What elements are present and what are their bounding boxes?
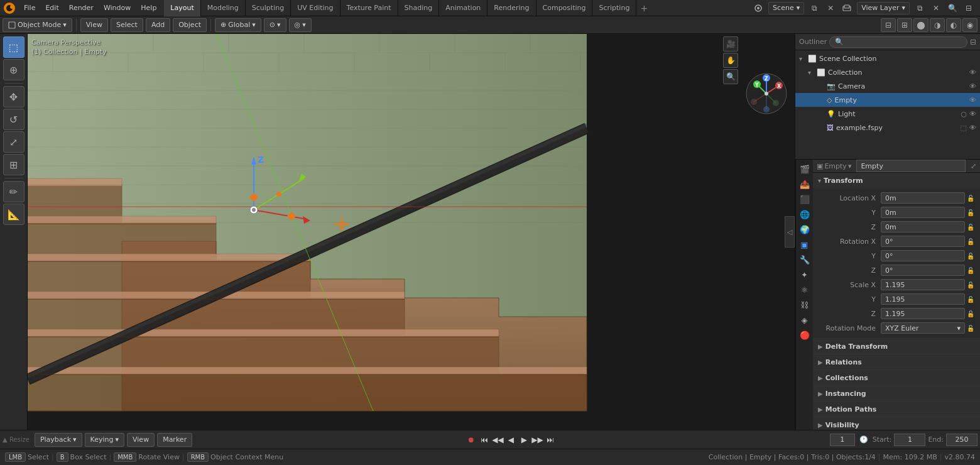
rotation-x-lock[interactable]: 🔓 <box>966 237 975 246</box>
tool-scale[interactable]: ⤢ <box>3 131 24 153</box>
viewport[interactable]: Z <box>28 34 795 430</box>
tab-texture-paint[interactable]: Texture Paint <box>340 0 398 16</box>
transform-section-header[interactable]: ▾ Transform <box>813 173 980 188</box>
overlay-btn[interactable]: ⊟ <box>881 18 896 32</box>
add-workspace-btn[interactable]: + <box>636 2 651 14</box>
prev-frame-btn[interactable]: ◀◀ <box>491 434 504 446</box>
tab-shading[interactable]: Shading <box>398 0 440 16</box>
keying-menu-btn[interactable]: Keying▾ <box>85 433 124 447</box>
editor-type-btn[interactable]: Object Mode ▾ <box>3 18 72 32</box>
add-menu-btn[interactable]: Add <box>146 18 170 32</box>
tab-layout[interactable]: Layout <box>164 0 200 16</box>
scale-z-input[interactable]: 1.195 <box>881 308 965 319</box>
empty-visibility-icon[interactable]: 👁 <box>969 96 976 104</box>
record-btn[interactable]: ⏺ <box>465 434 477 446</box>
tool-measure[interactable]: 📐 <box>3 204 24 225</box>
prop-material-icon[interactable]: 🔴 <box>798 328 812 342</box>
rotation-z-input[interactable]: 0° <box>881 265 965 276</box>
location-z-lock[interactable]: 🔓 <box>966 222 975 231</box>
prop-object-icon[interactable]: ▣ <box>798 238 812 251</box>
scale-y-input[interactable]: 1.195 <box>881 293 965 305</box>
rotation-y-lock[interactable]: 🔓 <box>966 251 975 260</box>
delta-transform-header[interactable]: ▶ Delta Transform <box>813 339 980 354</box>
relations-header[interactable]: ▶ Relations <box>813 354 980 369</box>
close-view-layer-icon[interactable]: ✕ <box>930 2 942 14</box>
outliner-empty[interactable]: ◇ Empty 👁 <box>795 93 980 107</box>
rotation-mode-select[interactable]: XYZ Euler ▾ <box>881 322 965 334</box>
jump-start-btn[interactable]: ⏮ <box>478 434 491 446</box>
visibility-header[interactable]: ▶ Visibility <box>813 417 980 430</box>
prop-scene-icon[interactable]: 🌐 <box>798 207 812 221</box>
light-visibility-icon[interactable]: 👁 <box>969 110 976 118</box>
view-menu-btn[interactable]: View <box>80 18 108 32</box>
select-menu-btn[interactable]: Select <box>111 18 143 32</box>
tool-move[interactable]: ✥ <box>3 86 24 107</box>
fspy-visibility-icon[interactable]: 👁 <box>969 124 976 132</box>
rotation-z-lock[interactable]: 🔓 <box>966 266 975 275</box>
location-x-lock[interactable]: 🔓 <box>966 194 975 202</box>
tab-uv-editing[interactable]: UV Editing <box>291 0 340 16</box>
prop-constraints-icon[interactable]: ⛓ <box>798 298 812 312</box>
outliner-camera[interactable]: 📷 Camera 👁 <box>795 79 980 93</box>
outliner-search[interactable]: 🔍 <box>829 36 967 48</box>
outliner-light[interactable]: 💡 Light ○ 👁 <box>795 107 980 121</box>
menu-render[interactable]: Render <box>64 0 99 16</box>
tab-compositing[interactable]: Compositing <box>536 0 593 16</box>
object-menu-btn[interactable]: Object <box>173 18 207 32</box>
view-menu-btn-timeline[interactable]: View <box>127 433 155 447</box>
collapse-right-panel-btn[interactable]: ◁ <box>785 216 795 248</box>
tab-modeling[interactable]: Modeling <box>201 0 246 16</box>
close-scene-icon[interactable]: ✕ <box>824 2 837 14</box>
tool-annotate[interactable]: ✏ <box>3 181 24 202</box>
filter-icon[interactable]: ⊟ <box>962 2 975 14</box>
current-frame[interactable]: 1 <box>830 434 855 446</box>
menu-help[interactable]: Help <box>136 0 161 16</box>
tool-transform[interactable]: ⊞ <box>3 154 24 175</box>
collections-header[interactable]: ▶ Collections <box>813 370 980 385</box>
menu-edit[interactable]: Edit <box>40 0 63 16</box>
prop-render-icon[interactable]: 🎬 <box>798 162 812 176</box>
location-y-input[interactable]: 0m <box>881 207 965 218</box>
tool-cursor[interactable]: ⊕ <box>3 59 24 80</box>
motion-paths-header[interactable]: ▶ Motion Paths <box>813 402 980 417</box>
transform-space-btn[interactable]: ⊕ Global ▾ <box>215 18 261 32</box>
outliner-scene-collection[interactable]: ▾ ⬜ Scene Collection <box>795 52 980 65</box>
copy-view-layer-icon[interactable]: ⧉ <box>913 2 926 14</box>
camera-btn[interactable]: 🎥 <box>723 36 738 52</box>
scene-selector[interactable]: Scene ▾ <box>768 2 804 14</box>
viewport-hand-btn[interactable]: ✋ <box>723 53 738 68</box>
nav-gizmo[interactable]: X Y Z <box>744 72 788 116</box>
tab-rendering[interactable]: Rendering <box>487 0 536 16</box>
prev-keyframe-btn[interactable]: ◀ <box>504 434 517 446</box>
prop-modifier-icon[interactable]: 🔧 <box>798 253 812 266</box>
gizmo-btn[interactable]: ⊞ <box>897 18 912 32</box>
viewport-shade-rendered[interactable]: ◐ <box>946 18 961 32</box>
prop-world-icon[interactable]: 🌍 <box>798 222 812 236</box>
snap-btn[interactable]: ⊙▾ <box>264 18 286 32</box>
location-z-input[interactable]: 0m <box>881 221 965 232</box>
viewport-shade-solid[interactable]: ⬤ <box>913 18 928 32</box>
tool-rotate[interactable]: ↺ <box>3 109 24 130</box>
playback-menu-btn[interactable]: Playback▾ <box>35 433 82 447</box>
menu-file[interactable]: File <box>19 0 40 16</box>
prop-expand-icon[interactable]: ⤢ <box>971 162 976 170</box>
outliner-fspy[interactable]: 🖼 example.fspy ⬚ 👁 <box>795 121 980 134</box>
outliner-collection[interactable]: ▾ ⬜ Collection 👁 <box>795 65 980 79</box>
outliner-filter-btn[interactable]: ⊟ <box>970 38 976 46</box>
clock-icon[interactable]: 🕐 <box>858 434 870 446</box>
tab-animation[interactable]: Animation <box>439 0 487 16</box>
copy-icon[interactable]: ⧉ <box>808 2 820 14</box>
marker-menu-btn[interactable]: Marker <box>157 433 192 447</box>
rotation-y-input[interactable]: 0° <box>881 250 965 261</box>
tab-sculpting[interactable]: Sculpting <box>246 0 291 16</box>
viewport-zoom-btn[interactable]: 🔍 <box>723 69 738 84</box>
play-btn[interactable]: ▶ <box>518 434 530 446</box>
rotation-mode-lock[interactable]: 🔓 <box>966 324 975 332</box>
prop-output-icon[interactable]: 📤 <box>798 177 812 191</box>
tool-select-box[interactable]: ⬚ <box>3 36 24 58</box>
scale-y-lock[interactable]: 🔓 <box>966 295 975 304</box>
resize-handle[interactable]: ▲ Resize <box>3 436 32 443</box>
scale-x-input[interactable]: 1.195 <box>881 279 965 290</box>
camera-visibility-icon[interactable]: 👁 <box>969 82 976 90</box>
viewport-shade-material[interactable]: ◑ <box>930 18 945 32</box>
